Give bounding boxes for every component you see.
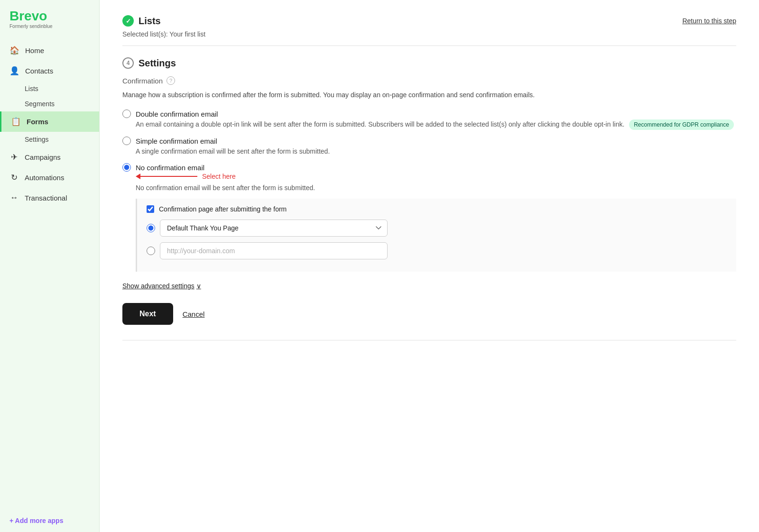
advanced-settings-link[interactable]: Show advanced settings ∨ (122, 282, 201, 290)
home-icon: 🏠 (9, 46, 19, 55)
sidebar-item-lists[interactable]: Lists (0, 81, 99, 96)
button-row: Next Cancel (122, 303, 736, 325)
page-select[interactable]: Default Thank You Page (160, 220, 388, 237)
gdpr-badge: Recommended for GDPR compliance (629, 119, 734, 130)
confirmation-page-label: Confirmation page after submitting the f… (159, 205, 287, 213)
forms-icon: 📋 (11, 117, 21, 127)
lists-title-row: ✓ Lists (122, 15, 161, 27)
option-none: No confirmation email Select here No con… (122, 163, 736, 272)
arrow-head (136, 174, 140, 179)
sidebar-item-forms[interactable]: 📋 Forms (0, 111, 99, 132)
confirmation-sub-box: Confirmation page after submitting the f… (136, 199, 736, 272)
option-none-text: No confirmation email (136, 164, 204, 172)
option-double-label[interactable]: Double confirmation email (122, 110, 736, 118)
option-simple-text: Simple confirmation email (136, 137, 217, 145)
confirmation-label: Confirmation (122, 77, 163, 85)
page-option-custom (147, 242, 727, 259)
return-link[interactable]: Return to this step (682, 17, 736, 25)
segments-label: Segments (25, 100, 55, 108)
sidebar-item-automations-label: Automations (25, 174, 64, 182)
contacts-icon: 👤 (9, 66, 19, 76)
add-more-apps-button[interactable]: + Add more apps (0, 509, 99, 532)
arrow-annotation: Select here (136, 173, 736, 180)
sidebar-item-campaigns-label: Campaigns (25, 153, 61, 161)
selected-list-text: Selected list(s): Your first list (122, 30, 736, 38)
sidebar-item-automations[interactable]: ↻ Automations (0, 167, 99, 188)
logo-area: Brevo Formerly sendinblue (0, 0, 99, 37)
option-double-text: Double confirmation email (136, 110, 218, 118)
manage-text: Manage how a subscription is confirmed a… (122, 90, 549, 100)
cancel-button[interactable]: Cancel (183, 310, 205, 318)
lists-title: Lists (139, 16, 161, 27)
bottom-divider (122, 340, 736, 340)
divider-1 (122, 46, 736, 46)
page-option-default: Default Thank You Page (147, 220, 727, 237)
next-button[interactable]: Next (122, 303, 173, 325)
option-double-radio[interactable] (122, 110, 131, 118)
option-double-desc: An email containing a double opt-in link… (136, 119, 736, 130)
sidebar-item-transactional[interactable]: ↔ Transactional (0, 188, 99, 208)
option-simple-desc: A single confirmation email will be sent… (136, 147, 736, 156)
url-input[interactable] (160, 242, 388, 259)
lists-check-icon: ✓ (122, 15, 134, 27)
confirmation-page-checkbox-label[interactable]: Confirmation page after submitting the f… (147, 205, 727, 213)
option-none-radio[interactable] (122, 163, 131, 172)
sidebar: Brevo Formerly sendinblue 🏠 Home 👤 Conta… (0, 0, 100, 532)
automations-icon: ↻ (9, 173, 19, 183)
settings-title-row: 4 Settings (122, 57, 736, 69)
chevron-down-icon: ∨ (196, 282, 201, 290)
sidebar-item-forms-label: Forms (27, 118, 48, 126)
sidebar-item-settings[interactable]: Settings (0, 132, 99, 147)
transactional-icon: ↔ (9, 193, 19, 202)
settings-title: Settings (139, 58, 176, 69)
logo-subtitle: Formerly sendinblue (9, 24, 90, 29)
sidebar-item-segments[interactable]: Segments (0, 96, 99, 111)
option-none-desc: No confirmation email will be sent after… (136, 183, 736, 193)
confirmation-row: Confirmation ? (122, 76, 736, 85)
lists-section-header: ✓ Lists Return to this step (122, 15, 736, 27)
sidebar-item-contacts[interactable]: 👤 Contacts (0, 61, 99, 81)
arrow-text: Select here (202, 173, 236, 180)
arrow-line (140, 176, 197, 177)
sidebar-item-contacts-label: Contacts (25, 67, 53, 75)
advanced-settings-text: Show advanced settings (122, 282, 194, 290)
option-simple: Simple confirmation email A single confi… (122, 137, 736, 156)
lists-label: Lists (25, 85, 38, 92)
sidebar-item-home-label: Home (25, 46, 44, 55)
confirmation-page-checkbox[interactable] (147, 205, 154, 213)
sidebar-item-campaigns[interactable]: ✈ Campaigns (0, 147, 99, 167)
logo: Brevo (9, 9, 90, 23)
main-content: ✓ Lists Return to this step Selected lis… (100, 0, 759, 532)
page-option-custom-radio[interactable] (147, 247, 155, 255)
settings-label: Settings (25, 136, 49, 143)
option-simple-radio[interactable] (122, 137, 131, 145)
sidebar-nav: 🏠 Home 👤 Contacts Lists Segments 📋 Forms… (0, 37, 99, 509)
settings-step-num: 4 (122, 57, 134, 69)
confirmation-help-icon[interactable]: ? (167, 76, 175, 85)
option-double: Double confirmation email An email conta… (122, 110, 736, 130)
sidebar-item-home[interactable]: 🏠 Home (0, 40, 99, 61)
page-option-default-radio[interactable] (147, 224, 155, 232)
campaigns-icon: ✈ (9, 152, 19, 162)
option-simple-label[interactable]: Simple confirmation email (122, 137, 736, 145)
sidebar-item-transactional-label: Transactional (25, 194, 67, 202)
option-none-label[interactable]: No confirmation email (122, 163, 736, 172)
